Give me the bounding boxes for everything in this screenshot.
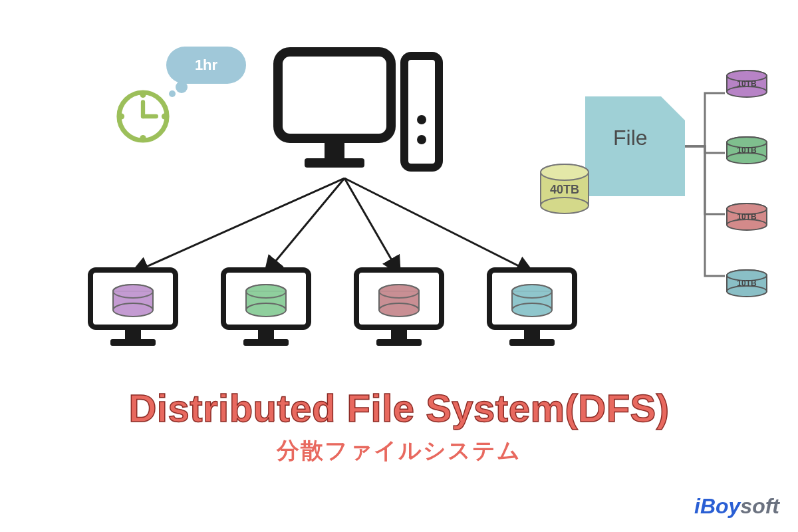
svg-point-29 [246, 303, 286, 317]
branch-lines-icon [685, 86, 725, 293]
diagram-canvas: 1hr [0, 0, 798, 532]
svg-rect-8 [325, 140, 344, 158]
duration-bubble: 1hr [166, 47, 246, 93]
svg-rect-40 [509, 339, 555, 346]
svg-point-48 [541, 164, 589, 180]
title-sub: 分散ファイルシステム [0, 436, 798, 466]
svg-rect-10 [404, 56, 439, 168]
svg-point-30 [246, 285, 286, 298]
client-monitor-icon [352, 266, 446, 355]
client-row [86, 266, 579, 355]
svg-rect-26 [243, 339, 289, 346]
storage-node-label: 10TB [725, 279, 769, 288]
svg-rect-18 [125, 329, 141, 339]
svg-point-22 [113, 303, 153, 317]
client-monitor-icon [86, 266, 180, 355]
storage-node-label: 10TB [725, 212, 769, 221]
svg-point-47 [541, 198, 589, 213]
brand-part2: soft [740, 494, 779, 518]
svg-rect-9 [305, 158, 364, 168]
storage-node-icon: 10TB [725, 269, 769, 299]
svg-point-12 [417, 135, 426, 144]
svg-point-11 [417, 115, 426, 124]
source-disk-label: 40TB [539, 183, 591, 197]
svg-point-23 [113, 285, 153, 298]
svg-point-4 [118, 114, 124, 120]
source-disk-icon: 40TB [539, 163, 591, 219]
svg-rect-7 [278, 52, 391, 138]
client-monitor-icon [219, 266, 313, 355]
svg-rect-33 [376, 339, 422, 346]
svg-rect-19 [110, 339, 156, 346]
svg-rect-32 [391, 329, 407, 339]
svg-rect-25 [258, 329, 274, 339]
svg-point-1 [140, 92, 146, 98]
svg-point-43 [512, 303, 552, 317]
svg-point-2 [162, 114, 168, 120]
svg-rect-39 [524, 329, 540, 339]
clock-icon [113, 86, 173, 146]
central-server-icon [273, 47, 446, 196]
file-icon: File [585, 96, 685, 196]
svg-point-36 [379, 303, 419, 317]
svg-point-37 [379, 285, 419, 298]
storage-node-icon: 10TB [725, 70, 769, 99]
storage-node-icon: 10TB [725, 136, 769, 166]
client-monitor-icon [485, 266, 579, 355]
file-label: File [613, 126, 648, 150]
brand-part1: iBoy [694, 494, 740, 518]
storage-node-label: 10TB [725, 79, 769, 88]
storage-node-label: 10TB [725, 146, 769, 155]
title-main: Distributed File System(DFS) [0, 386, 798, 430]
svg-point-3 [140, 135, 146, 141]
storage-column: 10TB 10TB 10TB [725, 70, 769, 299]
brand-logo: iBoysoft [694, 494, 779, 519]
svg-point-44 [512, 285, 552, 298]
duration-label: 1hr [166, 47, 246, 84]
storage-node-icon: 10TB [725, 203, 769, 232]
